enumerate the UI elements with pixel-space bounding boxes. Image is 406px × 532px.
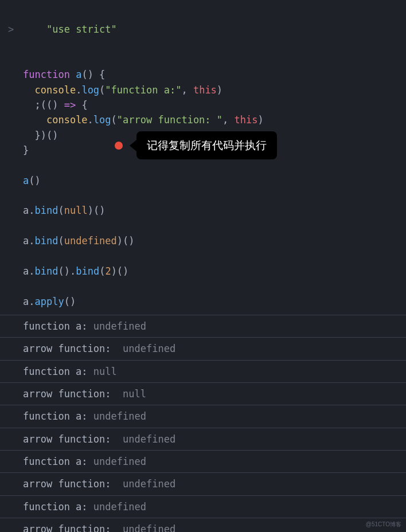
- punct: ;((): [34, 99, 64, 111]
- punct: (: [99, 84, 105, 96]
- code-line-blank: [0, 188, 406, 203]
- output-line: function a: undefined: [0, 495, 406, 518]
- output-line: arrow function: undefined: [0, 337, 406, 359]
- punct: ,: [222, 114, 234, 126]
- string-literal: "arrow function: ": [117, 114, 222, 126]
- method: bind: [35, 265, 58, 277]
- output-line: arrow function: undefined: [0, 472, 406, 495]
- punct: (: [58, 235, 64, 247]
- output-line: function a: undefined: [0, 450, 406, 472]
- code-line-blank: [0, 279, 406, 294]
- method: bind: [35, 205, 58, 216]
- breakpoint-icon[interactable]: [115, 142, 123, 150]
- output-label: function a:: [23, 410, 93, 422]
- tooltip-pointer: [130, 140, 136, 151]
- punct: ): [217, 84, 222, 96]
- punct: ): [258, 114, 264, 126]
- code-line: >"use strict": [0, 7, 406, 52]
- output-label: arrow function:: [23, 343, 123, 354]
- punct: }: [23, 144, 29, 156]
- punct: () {: [81, 69, 105, 80]
- function-call: a: [23, 175, 29, 186]
- output-value: undefined: [93, 410, 146, 422]
- output-line: arrow function: undefined: [0, 518, 406, 532]
- code-line: a.bind(undefined)(): [0, 233, 406, 248]
- function-name: a: [76, 69, 81, 80]
- punct: (: [99, 265, 105, 277]
- punct: .: [29, 205, 34, 216]
- punct: .: [29, 296, 34, 307]
- output-value: undefined: [123, 343, 175, 354]
- output-line: function a: undefined: [0, 405, 406, 427]
- punct: )(): [117, 235, 135, 247]
- watermark: @51CTO博客: [366, 520, 401, 529]
- output-line: function a: null: [0, 360, 406, 382]
- this-keyword: this: [193, 84, 217, 96]
- punct: {: [76, 99, 87, 111]
- punct: .: [29, 265, 34, 277]
- null-literal: null: [64, 205, 88, 216]
- output-line: function a: undefined: [0, 315, 406, 337]
- code-line: a(): [0, 173, 406, 188]
- output-label: arrow function:: [23, 433, 123, 445]
- punct: )(): [88, 205, 106, 216]
- keyword: function: [23, 69, 70, 80]
- this-keyword: this: [235, 114, 258, 126]
- output-label: function a:: [23, 366, 93, 377]
- console-output: function a: undefined arrow function: un…: [0, 315, 406, 532]
- identifier: a: [23, 265, 29, 277]
- output-label: arrow function:: [23, 388, 123, 400]
- code-line: console.log("function a:", this): [0, 83, 406, 97]
- punct: ,: [181, 84, 193, 96]
- punct: (): [29, 175, 40, 186]
- object: console: [34, 84, 76, 96]
- code-line-blank: [0, 249, 406, 264]
- code-line-blank: [0, 158, 406, 173]
- code-line: a.bind(null)(): [0, 203, 406, 218]
- output-value: null: [123, 388, 146, 400]
- method: apply: [35, 296, 64, 307]
- code-line: ;(() => {: [0, 97, 406, 112]
- punct: .: [88, 114, 93, 126]
- identifier: a: [23, 235, 29, 247]
- tooltip: 记得复制所有代码并执行: [115, 131, 277, 159]
- output-value: undefined: [123, 523, 175, 532]
- code-line: function a() {: [0, 67, 406, 82]
- output-value: undefined: [123, 433, 175, 445]
- method: log: [81, 84, 99, 96]
- output-line: arrow function: null: [0, 382, 406, 405]
- undefined-literal: undefined: [64, 235, 117, 247]
- punct: ().: [58, 265, 76, 277]
- method: bind: [35, 235, 58, 247]
- output-value: undefined: [93, 456, 146, 467]
- punct: })(): [34, 130, 58, 141]
- code-line-blank: [0, 52, 406, 67]
- code-line: console.log("arrow function: ", this): [0, 112, 406, 127]
- output-line: arrow function: undefined: [0, 428, 406, 450]
- punct: )(): [111, 265, 129, 277]
- code-line: a.apply(): [0, 294, 406, 309]
- number-literal: 2: [105, 265, 111, 277]
- code-line: a.bind().bind(2)(): [0, 264, 406, 279]
- output-label: arrow function:: [23, 478, 123, 490]
- output-label: function a:: [23, 501, 93, 513]
- output-value: null: [93, 366, 117, 377]
- punct: (: [58, 205, 64, 216]
- punct: (: [111, 114, 117, 126]
- arrow: =>: [64, 99, 76, 111]
- output-value: undefined: [123, 478, 175, 490]
- output-label: arrow function:: [23, 523, 123, 532]
- identifier: a: [23, 205, 29, 216]
- output-value: undefined: [93, 320, 146, 332]
- punct: (): [64, 296, 76, 307]
- gutter-chevron: >: [8, 22, 14, 37]
- identifier: a: [23, 296, 29, 307]
- code-line-blank: [0, 218, 406, 233]
- output-value: undefined: [93, 501, 146, 513]
- string-literal: "function a:": [105, 84, 181, 96]
- output-label: function a:: [23, 456, 93, 467]
- string-literal: "use strict": [46, 24, 117, 35]
- method: bind: [76, 265, 99, 277]
- method: log: [93, 114, 111, 126]
- punct: .: [76, 84, 81, 96]
